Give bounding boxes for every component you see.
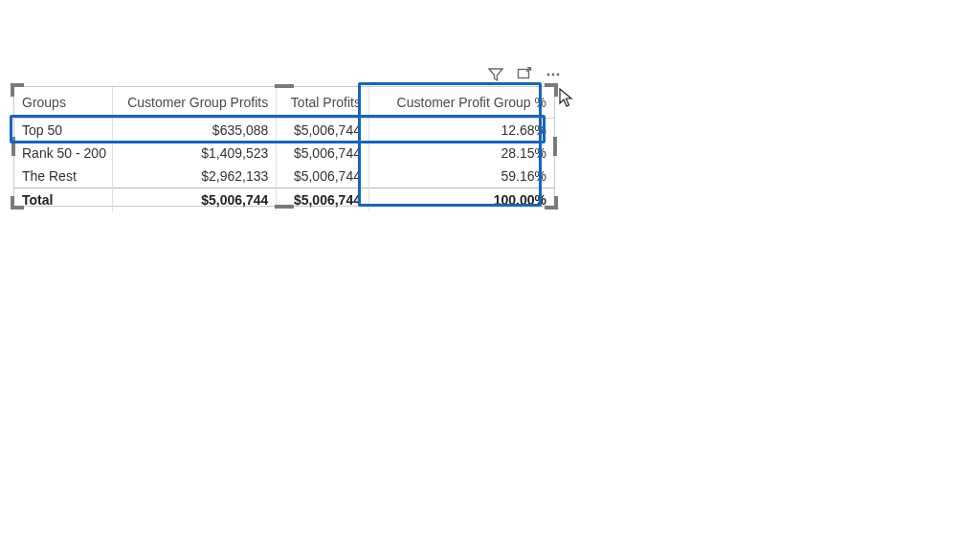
cell-group[interactable]: Total [14, 188, 113, 212]
cell-pct[interactable]: 12.68% [368, 119, 554, 143]
cell-total[interactable]: $5,006,744 [277, 165, 369, 188]
svg-point-3 [557, 74, 560, 77]
cell-group[interactable]: The Rest [14, 165, 113, 188]
cursor-icon [559, 88, 574, 110]
svg-point-1 [547, 74, 550, 77]
table-visual[interactable]: Groups Customer Group Profits Total Prof… [13, 86, 555, 207]
table-row[interactable]: The Rest $2,962,133 $5,006,744 59.16% [14, 165, 554, 188]
col-header-pct[interactable]: Customer Profit Group % [368, 87, 554, 119]
table-row[interactable]: Rank 50 - 200 $1,409,523 $5,006,744 28.1… [14, 142, 554, 165]
svg-point-2 [552, 74, 555, 77]
cell-profits[interactable]: $5,006,744 [113, 188, 277, 212]
cell-profits[interactable]: $2,962,133 [113, 165, 277, 188]
cell-pct[interactable]: 100.00% [368, 188, 554, 212]
cell-group[interactable]: Top 50 [14, 119, 113, 143]
table-row[interactable]: Top 50 $635,088 $5,006,744 12.68% [14, 119, 554, 143]
table-total-row[interactable]: Total $5,006,744 $5,006,744 100.00% [14, 188, 554, 212]
focus-mode-icon[interactable] [517, 67, 532, 82]
col-header-profits[interactable]: Customer Group Profits [113, 87, 277, 119]
cell-pct[interactable]: 28.15% [368, 142, 554, 165]
col-header-groups[interactable]: Groups [14, 87, 113, 119]
canvas: Groups Customer Group Profits Total Prof… [0, 0, 980, 551]
cell-total[interactable]: $5,006,744 [277, 188, 369, 212]
cell-total[interactable]: $5,006,744 [277, 142, 369, 165]
cell-profits[interactable]: $1,409,523 [113, 142, 277, 165]
filter-icon[interactable] [488, 67, 503, 82]
col-header-total[interactable]: Total Profits [277, 87, 369, 119]
cell-total[interactable]: $5,006,744 [277, 119, 369, 143]
visual-header-toolbar [488, 67, 561, 82]
table-header-row[interactable]: Groups Customer Group Profits Total Prof… [14, 87, 554, 119]
cell-profits[interactable]: $635,088 [113, 119, 277, 143]
cell-group[interactable]: Rank 50 - 200 [14, 142, 113, 165]
data-table[interactable]: Groups Customer Group Profits Total Prof… [14, 87, 554, 211]
more-options-icon[interactable] [546, 67, 561, 82]
cell-pct[interactable]: 59.16% [368, 165, 554, 188]
